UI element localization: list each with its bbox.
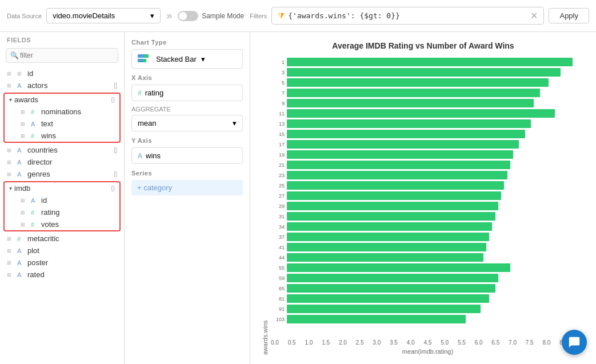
alpha-icon: A bbox=[17, 171, 25, 178]
field-item-poster[interactable]: ⊞ A poster bbox=[0, 257, 124, 269]
bar-row: 13 bbox=[271, 119, 585, 129]
field-name-text: text bbox=[41, 119, 53, 128]
alpha-icon: A bbox=[17, 247, 25, 254]
field-item-text[interactable]: ⊞ A text bbox=[5, 118, 119, 130]
grid-icon: ⊞ bbox=[7, 147, 15, 153]
field-name-plot: plot bbox=[27, 246, 39, 255]
field-name-imdb-id: id bbox=[41, 196, 47, 205]
hash-icon: # bbox=[31, 209, 39, 216]
x-tick: 5.5 bbox=[458, 339, 466, 346]
search-wrap: 🔍 bbox=[6, 48, 118, 63]
datasource-dropdown[interactable]: video.movieDetails ▾ bbox=[46, 8, 161, 23]
bar-row: 91 bbox=[271, 304, 585, 314]
aggregate-value: mean bbox=[138, 119, 157, 127]
y-axis-field-name: wins bbox=[146, 151, 161, 160]
bar bbox=[287, 181, 504, 190]
field-item-imdb-id[interactable]: ⊞ A id bbox=[5, 194, 119, 206]
aggregate-caret-icon: ▾ bbox=[233, 119, 237, 127]
apply-button[interactable]: Apply bbox=[549, 8, 589, 23]
bar-row: 5 bbox=[271, 78, 585, 87]
bar bbox=[287, 305, 481, 313]
y-axis-field[interactable]: A wins bbox=[131, 147, 243, 164]
bar-row: 41 bbox=[271, 242, 585, 252]
alpha-icon: A bbox=[17, 159, 25, 166]
sample-mode-toggle[interactable] bbox=[178, 11, 198, 21]
countries-badge: [] bbox=[114, 147, 117, 153]
field-item-imdb-rating[interactable]: ⊞ # rating bbox=[5, 206, 119, 218]
alpha-icon: A bbox=[17, 82, 25, 89]
bar-label: 41 bbox=[271, 245, 287, 250]
x-axis-field-name: rating bbox=[145, 89, 164, 97]
series-add-button[interactable]: + category bbox=[131, 180, 243, 195]
field-item-imdb-votes[interactable]: ⊞ # votes bbox=[5, 218, 119, 230]
hash-icon: # bbox=[31, 133, 39, 139]
filter-funnel-icon: ⧩ bbox=[278, 11, 285, 21]
x-tick: 7.0 bbox=[509, 339, 517, 346]
field-item-nominations[interactable]: ⊞ # nominations bbox=[5, 106, 119, 118]
bar-label: 44 bbox=[271, 255, 287, 261]
bar-row: 27 bbox=[271, 191, 585, 201]
chart-type-dropdown[interactable]: Stacked Bar ▾ bbox=[131, 49, 243, 69]
bar-label: 65 bbox=[271, 286, 287, 291]
grid-icon: ⊞ bbox=[21, 133, 29, 139]
field-item-wins[interactable]: ⊞ # wins bbox=[5, 130, 119, 142]
bar bbox=[287, 119, 531, 128]
alpha-icon: A bbox=[31, 197, 39, 204]
bar-label: 91 bbox=[271, 306, 287, 312]
bar-label: 103 bbox=[271, 317, 287, 322]
field-item-countries[interactable]: ⊞ A countries [] bbox=[0, 144, 124, 156]
bar-label: 25 bbox=[271, 183, 287, 189]
field-item-genres[interactable]: ⊞ A genres [] bbox=[0, 168, 124, 180]
bar-row: 55 bbox=[271, 263, 585, 273]
grid-icon: ⊞ bbox=[7, 248, 15, 254]
bars-area: 1357911131517192123252729313437414455596… bbox=[271, 57, 585, 337]
bar bbox=[287, 315, 466, 323]
x-axis-section-label: X Axis bbox=[131, 74, 243, 81]
bar bbox=[287, 130, 525, 138]
svg-rect-1 bbox=[145, 54, 149, 58]
bar-label: 37 bbox=[271, 234, 287, 240]
fields-search-input[interactable] bbox=[6, 48, 118, 63]
field-item-director[interactable]: ⊞ A director bbox=[0, 156, 124, 168]
field-item-plot[interactable]: ⊞ A plot bbox=[0, 245, 124, 257]
chat-icon bbox=[568, 336, 581, 349]
bar bbox=[287, 233, 489, 241]
imdb-group-header[interactable]: ▾ imdb {} bbox=[5, 182, 119, 194]
x-tick: 6.5 bbox=[491, 339, 499, 346]
bar bbox=[287, 140, 519, 149]
x-axis-title: mean(imdb.rating) bbox=[271, 348, 585, 355]
field-item-metacritic[interactable]: ⊞ # metacritic bbox=[0, 233, 124, 245]
field-name-rated: rated bbox=[27, 270, 45, 279]
field-item-id[interactable]: ⊞ ⊞ id bbox=[0, 67, 124, 79]
x-axis-field[interactable]: # rating bbox=[131, 85, 243, 101]
imdb-label: imdb bbox=[14, 184, 30, 193]
x-axis-labels: 0.00.51.01.52.02.53.03.54.04.55.05.56.06… bbox=[271, 337, 585, 346]
fields-panel: FIELDS 🔍 ⊞ ⊞ id ⊞ A actors [] ▾ awards {… bbox=[0, 32, 125, 364]
filter-text: {'awards.wins': {$gt: 0}} bbox=[288, 11, 400, 20]
filter-clear-icon[interactable]: ✕ bbox=[530, 10, 538, 21]
field-name-wins: wins bbox=[41, 131, 56, 140]
bar-row: 31 bbox=[271, 211, 585, 221]
bar-row: 15 bbox=[271, 129, 585, 139]
bar bbox=[287, 171, 507, 179]
filter-bar[interactable]: ⧩ {'awards.wins': {$gt: 0}} ✕ bbox=[271, 7, 544, 25]
bar bbox=[287, 243, 486, 251]
grid-icon: ⊞ bbox=[21, 210, 29, 215]
bar-row: 1 bbox=[271, 57, 585, 67]
grid-icon: ⊞ bbox=[7, 171, 15, 177]
field-name-director: director bbox=[27, 158, 52, 166]
aggregate-dropdown[interactable]: mean ▾ bbox=[131, 115, 243, 131]
chart-title: Average IMDB Rating vs Number of Award W… bbox=[262, 41, 585, 50]
alpha-icon: A bbox=[17, 271, 25, 278]
x-tick: 6.0 bbox=[475, 339, 483, 346]
imdb-badge: {} bbox=[111, 185, 115, 191]
arrow-connector-icon: » bbox=[166, 10, 172, 22]
field-name-genres: genres bbox=[27, 170, 50, 178]
field-item-rated[interactable]: ⊞ A rated bbox=[0, 269, 124, 281]
x-tick: 3.5 bbox=[390, 339, 398, 346]
x-tick: 3.0 bbox=[373, 339, 381, 346]
chat-bubble[interactable] bbox=[562, 330, 587, 355]
field-item-actors[interactable]: ⊞ A actors [] bbox=[0, 79, 124, 91]
bar-label: 81 bbox=[271, 296, 287, 302]
awards-group-header[interactable]: ▾ awards {} bbox=[5, 94, 119, 106]
